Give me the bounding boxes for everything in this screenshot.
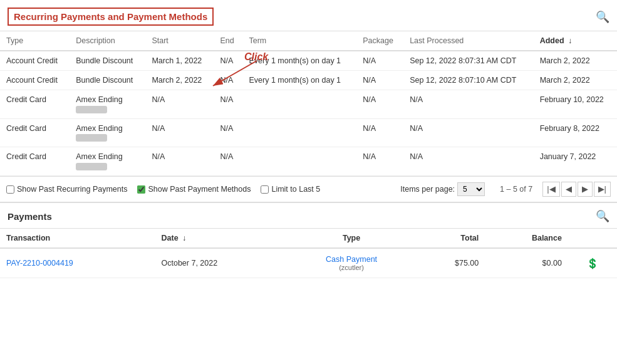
cell-last-processed: N/A	[403, 118, 534, 147]
cell-description: Amex Ending	[70, 147, 145, 176]
cell-end: N/A	[214, 71, 242, 90]
items-per-page-label: Items per page:	[400, 185, 455, 194]
pay-col-actions	[568, 229, 617, 248]
first-page-button[interactable]: |◀	[542, 182, 559, 197]
date-sort-arrow: ↓	[182, 234, 186, 242]
recurring-table: Type Description Start End Term Package …	[0, 31, 617, 176]
desc-text: Amex Ending	[76, 124, 139, 133]
col-last-processed: Last Processed	[403, 31, 534, 51]
show-past-recurring-label[interactable]: Show Past Recurring Payments	[6, 185, 127, 194]
cell-description: Amex Ending	[70, 118, 145, 147]
cell-end: N/A	[214, 118, 242, 147]
col-term: Term	[242, 31, 356, 51]
cell-start: March 1, 2022	[145, 51, 214, 71]
table-row: Credit Card Amex Ending N/A N/A N/A N/A …	[0, 90, 617, 119]
limit-to-last-checkbox[interactable]	[261, 185, 269, 194]
cell-end: N/A	[214, 51, 242, 71]
payments-header: Payments 🔍	[0, 203, 617, 229]
cell-type: Credit Card	[0, 90, 70, 119]
cell-type: Credit Card	[0, 118, 70, 147]
payment-type-link[interactable]: Cash Payment	[326, 255, 377, 264]
recurring-table-wrapper: Click Type Description Start End Term Pa…	[0, 31, 617, 176]
cell-last-processed: N/A	[403, 147, 534, 176]
pay-cell-balance: $0.00	[485, 248, 568, 278]
cell-package: N/A	[356, 147, 403, 176]
items-per-page-select[interactable]: 5102550	[457, 182, 485, 196]
dollar-slash-icon[interactable]: 💲	[586, 258, 599, 269]
card-redacted	[76, 163, 107, 170]
cell-type: Account Credit	[0, 71, 70, 90]
cell-start: N/A	[145, 90, 214, 119]
last-page-button[interactable]: ▶|	[594, 182, 611, 197]
pay-col-type: Type	[289, 229, 414, 248]
col-end: End	[214, 31, 242, 51]
cell-start: March 2, 2022	[145, 71, 214, 90]
cell-added: January 7, 2022	[534, 147, 617, 176]
cell-description: Bundle Discount	[70, 51, 145, 71]
page-header: Recurring Payments and Payment Methods 🔍	[0, 0, 617, 31]
desc-text: Amex Ending	[76, 152, 139, 161]
cell-package: N/A	[356, 90, 403, 119]
pay-cell-date: October 7, 2022	[155, 248, 289, 278]
payments-table-header: Transaction Date ↓ Type Total Balance	[0, 229, 617, 248]
cell-end: N/A	[214, 90, 242, 119]
cell-last-processed: Sep 12, 2022 8:07:10 AM CDT	[403, 71, 534, 90]
cell-term	[242, 90, 356, 119]
col-type: Type	[0, 31, 70, 51]
recurring-table-header: Type Description Start End Term Package …	[0, 31, 617, 51]
col-package: Package	[356, 31, 403, 51]
col-description: Description	[70, 31, 145, 51]
cell-description: Amex Ending	[70, 90, 145, 119]
pay-cell-total: $75.00	[414, 248, 485, 278]
table-row: Account Credit Bundle Discount March 2, …	[0, 71, 617, 90]
added-sort-arrow: ↓	[568, 36, 572, 45]
show-past-payment-label[interactable]: Show Past Payment Methods	[137, 185, 251, 194]
payments-table: Transaction Date ↓ Type Total Balance PA…	[0, 229, 617, 278]
cell-added: March 2, 2022	[534, 71, 617, 90]
table-row: PAY-2210-0004419 October 7, 2022 Cash Pa…	[0, 248, 617, 278]
items-per-page-container: Items per page: 5102550	[400, 182, 485, 196]
cell-package: N/A	[356, 71, 403, 90]
pay-col-total: Total	[414, 229, 485, 248]
payments-search-button[interactable]: 🔍	[596, 209, 609, 223]
pay-cell-action-icon[interactable]: 💲	[568, 248, 617, 278]
pay-col-transaction: Transaction	[0, 229, 155, 248]
col-added[interactable]: Added ↓	[534, 31, 617, 51]
header-search-button[interactable]: 🔍	[596, 10, 609, 24]
page-info: 1 – 5 of 7	[500, 185, 532, 194]
next-page-button[interactable]: ▶	[578, 182, 593, 197]
pay-col-balance: Balance	[485, 229, 568, 248]
show-past-recurring-checkbox[interactable]	[6, 185, 14, 194]
cell-term	[242, 118, 356, 147]
cell-term: Every 1 month(s) on day 1	[242, 71, 356, 90]
cell-package: N/A	[356, 51, 403, 71]
pay-cell-transaction: PAY-2210-0004419	[0, 248, 155, 278]
cell-term	[242, 147, 356, 176]
cell-type: Credit Card	[0, 147, 70, 176]
cell-description: Bundle Discount	[70, 71, 145, 90]
cell-added: March 2, 2022	[534, 51, 617, 71]
prev-page-button[interactable]: ◀	[561, 182, 576, 197]
cell-start: N/A	[145, 147, 214, 176]
payment-type-sub: (zcutler)	[296, 264, 408, 271]
desc-text: Amex Ending	[76, 95, 139, 104]
table-row: Credit Card Amex Ending N/A N/A N/A N/A …	[0, 118, 617, 147]
card-redacted	[76, 106, 107, 113]
pay-cell-type: Cash Payment (zcutler)	[289, 248, 414, 278]
cell-start: N/A	[145, 118, 214, 147]
show-past-payment-text: Show Past Payment Methods	[148, 185, 251, 194]
pagination-controls: |◀ ◀ ▶ ▶|	[542, 182, 611, 197]
page-title: Recurring Payments and Payment Methods	[8, 8, 214, 26]
cell-last-processed: N/A	[403, 90, 534, 119]
table-row: Credit Card Amex Ending N/A N/A N/A N/A …	[0, 147, 617, 176]
show-past-recurring-text: Show Past Recurring Payments	[17, 185, 127, 194]
cell-term: Every 1 month(s) on day 1	[242, 51, 356, 71]
cell-end: N/A	[214, 147, 242, 176]
cell-last-processed: Sep 12, 2022 8:07:31 AM CDT	[403, 51, 534, 71]
limit-to-last-label[interactable]: Limit to Last 5	[261, 185, 320, 194]
pay-col-date[interactable]: Date ↓	[155, 229, 289, 248]
cell-added: February 8, 2022	[534, 118, 617, 147]
payments-title: Payments	[8, 211, 52, 222]
show-past-payment-checkbox[interactable]	[137, 185, 145, 194]
pagination-bar: Show Past Recurring Payments Show Past P…	[0, 176, 617, 203]
